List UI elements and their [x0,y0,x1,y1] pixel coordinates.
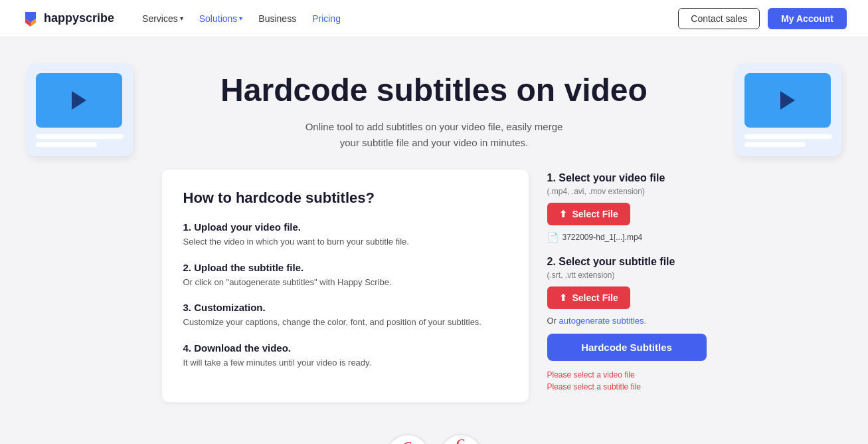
step-2-desc: Or click on "autogenerate subtitles" wit… [183,276,507,289]
subtitle-line [744,134,832,139]
how-to-heading: How to hardcode subtitles? [183,189,507,207]
step2-label: 2. Select your subtitle file [547,256,707,268]
play-icon-right [780,91,795,110]
video-decoration-left [27,64,133,156]
chevron-down-icon: ▾ [180,15,183,22]
nav-pricing[interactable]: Pricing [305,9,347,28]
autogenerate-link[interactable]: autogenerate subtitles. [559,316,647,326]
badge-1: G Momentum Leader WINTER 2023 [438,434,483,444]
subtitle-line [36,142,97,147]
logo-text: happyscribe [44,11,114,25]
subtitle-line [744,142,806,147]
main-content: How to hardcode subtitles? 1. Upload you… [149,169,720,429]
select-subtitle-button[interactable]: ⬆ Select File [547,286,630,309]
step-4-title: 4. Download the video. [183,342,507,354]
upload-icon: ⬆ [559,209,567,219]
nav-links: Services ▾ Solutions ▾ Business Pricing [135,9,678,28]
hero-title: Hardcode subtitles on video [13,72,855,108]
contact-sales-button[interactable]: Contact sales [678,8,760,29]
step-2: 2. Upload the subtitle file. Or click on… [183,262,507,289]
upload-icon: ⬆ [559,292,567,303]
hero-section: Hardcode subtitles on video Online tool … [0,37,868,169]
selected-file-display: 📄 3722009-hd_1[...].mp4 [547,232,707,243]
step2-ext: (.srt, .vtt extension) [547,271,707,280]
step-1-desc: Select the video in which you want to bu… [183,235,507,249]
badge-0: G Leader SPRING 2023 [385,434,430,444]
video-screen-right [744,73,831,128]
hero-subtitle: Online tool to add subtitles on your vid… [13,119,855,151]
subtitle-line [36,134,124,139]
subtitle-lines-left [36,134,124,147]
nav-solutions[interactable]: Solutions ▾ [193,9,250,28]
or-autogenerate: Or autogenerate subtitles. [547,316,707,326]
logo-link[interactable]: happyscribe [21,9,114,28]
nav-actions: Contact sales My Account [678,8,847,29]
step-3: 3. Customization. Customize your caption… [183,302,507,329]
hardcode-subtitles-button[interactable]: Hardcode Subtitles [547,334,707,361]
how-to-card: How to hardcode subtitles? 1. Upload you… [162,169,529,402]
subtitle-lines-right [744,134,832,147]
step-4-desc: It will take a few minutes until your vi… [183,356,507,370]
step1-ext: (.mp4, .avi, .mov extension) [547,187,707,196]
error-video: Please select a video file [547,370,707,380]
nav-business[interactable]: Business [252,9,303,28]
action-panel: 1. Select your video file (.mp4, .avi, .… [547,169,707,394]
video-decoration-right [735,64,841,156]
step-4: 4. Download the video. It will take a fe… [183,342,507,370]
video-screen-left [36,73,122,128]
step-1: 1. Upload your video file. Select the vi… [183,221,507,249]
step-2-title: 2. Upload the subtitle file. [183,262,507,273]
play-icon-left [72,91,86,110]
my-account-button[interactable]: My Account [768,8,847,29]
step-3-title: 3. Customization. [183,302,507,313]
step1-label: 1. Select your video file [547,172,707,184]
nav-services[interactable]: Services ▾ [135,9,190,28]
error-subtitle: Please select a subtitle file [547,382,707,391]
selected-filename: 3722009-hd_1[...].mp4 [563,233,643,242]
step-1-title: 1. Upload your video file. [183,221,507,233]
chevron-down-icon: ▾ [239,15,242,22]
navbar: happyscribe Services ▾ Solutions ▾ Busin… [0,0,868,37]
logo-icon [21,9,40,28]
step-3-desc: Customize your captions, change the colo… [183,316,507,329]
select-video-button[interactable]: ⬆ Select File [547,203,630,225]
badges-section: G Leader SPRING 2023 G Momentum Leader W… [0,434,868,444]
file-icon: 📄 [547,232,559,243]
